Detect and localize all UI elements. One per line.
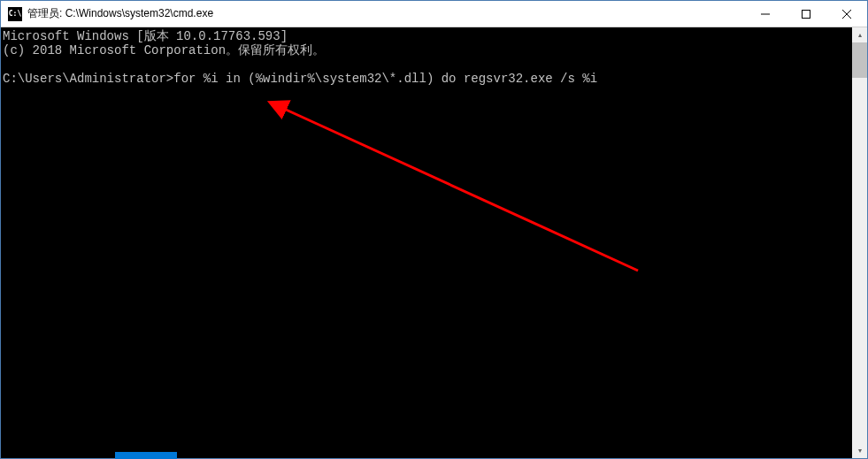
terminal-command: for %i in (%windir%\system32\*.dll) do r…	[173, 72, 597, 86]
window-controls	[745, 1, 867, 27]
cmd-icon: C:\	[8, 7, 22, 21]
terminal-line-copyright: (c) 2018 Microsoft Corporation。保留所有权利。	[3, 43, 325, 57]
cmd-window: C:\ 管理员: C:\Windows\system32\cmd.exe Mic…	[0, 0, 868, 459]
svg-line-5	[284, 109, 638, 271]
minimize-button[interactable]	[745, 1, 786, 27]
vertical-scrollbar[interactable]: ▴ ▾	[852, 27, 867, 458]
scroll-down-button[interactable]: ▾	[852, 443, 867, 458]
taskbar-fragment	[115, 452, 177, 459]
terminal-prompt-line: C:\Users\Administrator>for %i in (%windi…	[3, 72, 597, 86]
cmd-icon-label: C:\	[9, 10, 21, 18]
svg-rect-1	[803, 10, 810, 18]
maximize-button[interactable]	[786, 1, 826, 27]
scroll-up-button[interactable]: ▴	[852, 27, 867, 42]
scroll-track[interactable]	[852, 42, 867, 443]
window-title: 管理员: C:\Windows\system32\cmd.exe	[27, 6, 745, 21]
scroll-thumb[interactable]	[852, 42, 867, 78]
content-area: Microsoft Windows [版本 10.0.17763.593] (c…	[1, 27, 867, 458]
close-button[interactable]	[826, 1, 867, 27]
terminal-line-version: Microsoft Windows [版本 10.0.17763.593]	[3, 29, 288, 43]
annotation-arrow-icon	[1, 27, 850, 458]
terminal[interactable]: Microsoft Windows [版本 10.0.17763.593] (c…	[1, 27, 852, 458]
titlebar[interactable]: C:\ 管理员: C:\Windows\system32\cmd.exe	[1, 1, 867, 27]
terminal-prompt: C:\Users\Administrator>	[3, 72, 173, 86]
